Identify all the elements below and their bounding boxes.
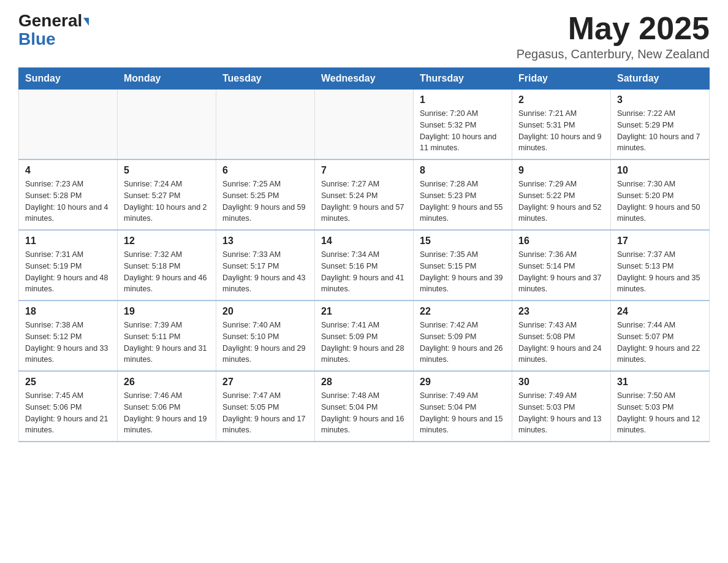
header-day-friday: Friday <box>512 68 611 90</box>
day-number: 22 <box>420 306 506 317</box>
calendar-cell: 9Sunrise: 7:29 AMSunset: 5:22 PMDaylight… <box>512 159 611 230</box>
day-info: Sunrise: 7:48 AMSunset: 5:04 PMDaylight:… <box>321 390 407 436</box>
day-info: Sunrise: 7:49 AMSunset: 5:03 PMDaylight:… <box>518 390 604 436</box>
day-number: 7 <box>321 165 407 176</box>
calendar-cell: 7Sunrise: 7:27 AMSunset: 5:24 PMDaylight… <box>315 159 414 230</box>
day-number: 1 <box>420 94 506 105</box>
calendar-cell: 26Sunrise: 7:46 AMSunset: 5:06 PMDayligh… <box>118 371 216 442</box>
day-info: Sunrise: 7:35 AMSunset: 5:15 PMDaylight:… <box>420 249 506 295</box>
header-day-wednesday: Wednesday <box>315 68 414 90</box>
location-title: Pegasus, Canterbury, New Zealand <box>517 47 710 61</box>
day-number: 5 <box>124 165 210 176</box>
calendar-cell: 19Sunrise: 7:39 AMSunset: 5:11 PMDayligh… <box>118 301 216 371</box>
day-info: Sunrise: 7:30 AMSunset: 5:20 PMDaylight:… <box>617 178 703 224</box>
calendar-header: SundayMondayTuesdayWednesdayThursdayFrid… <box>19 68 710 90</box>
calendar-cell: 10Sunrise: 7:30 AMSunset: 5:20 PMDayligh… <box>611 159 710 230</box>
day-number: 24 <box>617 306 703 317</box>
day-info: Sunrise: 7:27 AMSunset: 5:24 PMDaylight:… <box>321 178 407 224</box>
day-number: 15 <box>420 236 506 247</box>
calendar-table: SundayMondayTuesdayWednesdayThursdayFrid… <box>18 67 710 442</box>
day-number: 26 <box>124 377 210 388</box>
calendar-cell: 14Sunrise: 7:34 AMSunset: 5:16 PMDayligh… <box>315 230 414 301</box>
day-number: 19 <box>124 306 210 317</box>
day-number: 6 <box>222 165 308 176</box>
calendar-cell: 30Sunrise: 7:49 AMSunset: 5:03 PMDayligh… <box>512 371 611 442</box>
header-day-tuesday: Tuesday <box>216 68 315 90</box>
day-info: Sunrise: 7:46 AMSunset: 5:06 PMDaylight:… <box>124 390 210 436</box>
calendar-body: 1Sunrise: 7:20 AMSunset: 5:32 PMDaylight… <box>19 90 710 442</box>
calendar-cell: 16Sunrise: 7:36 AMSunset: 5:14 PMDayligh… <box>512 230 611 301</box>
day-number: 9 <box>518 165 604 176</box>
week-row-3: 18Sunrise: 7:38 AMSunset: 5:12 PMDayligh… <box>19 301 710 371</box>
day-info: Sunrise: 7:20 AMSunset: 5:32 PMDaylight:… <box>420 108 506 154</box>
day-info: Sunrise: 7:37 AMSunset: 5:13 PMDaylight:… <box>617 249 703 295</box>
calendar-cell: 17Sunrise: 7:37 AMSunset: 5:13 PMDayligh… <box>611 230 710 301</box>
calendar-cell: 5Sunrise: 7:24 AMSunset: 5:27 PMDaylight… <box>118 159 216 230</box>
day-number: 8 <box>420 165 506 176</box>
calendar-cell <box>118 90 216 160</box>
calendar-cell: 22Sunrise: 7:42 AMSunset: 5:09 PMDayligh… <box>414 301 512 371</box>
day-info: Sunrise: 7:31 AMSunset: 5:19 PMDaylight:… <box>25 249 111 295</box>
title-section: May 2025 Pegasus, Canterbury, New Zealan… <box>517 12 710 61</box>
day-info: Sunrise: 7:38 AMSunset: 5:12 PMDaylight:… <box>25 320 111 366</box>
day-info: Sunrise: 7:23 AMSunset: 5:28 PMDaylight:… <box>25 178 111 224</box>
calendar-cell: 4Sunrise: 7:23 AMSunset: 5:28 PMDaylight… <box>19 159 118 230</box>
calendar-cell: 15Sunrise: 7:35 AMSunset: 5:15 PMDayligh… <box>414 230 512 301</box>
header-row: SundayMondayTuesdayWednesdayThursdayFrid… <box>19 68 710 90</box>
calendar-cell: 21Sunrise: 7:41 AMSunset: 5:09 PMDayligh… <box>315 301 414 371</box>
day-number: 31 <box>617 377 703 388</box>
day-info: Sunrise: 7:32 AMSunset: 5:18 PMDaylight:… <box>124 249 210 295</box>
calendar-cell: 28Sunrise: 7:48 AMSunset: 5:04 PMDayligh… <box>315 371 414 442</box>
day-number: 14 <box>321 236 407 247</box>
header-day-sunday: Sunday <box>19 68 118 90</box>
day-info: Sunrise: 7:47 AMSunset: 5:05 PMDaylight:… <box>222 390 308 436</box>
week-row-0: 1Sunrise: 7:20 AMSunset: 5:32 PMDaylight… <box>19 90 710 160</box>
day-info: Sunrise: 7:36 AMSunset: 5:14 PMDaylight:… <box>518 249 604 295</box>
day-info: Sunrise: 7:39 AMSunset: 5:11 PMDaylight:… <box>124 320 210 366</box>
calendar-cell: 6Sunrise: 7:25 AMSunset: 5:25 PMDaylight… <box>216 159 315 230</box>
day-number: 2 <box>518 94 604 105</box>
day-number: 16 <box>518 236 604 247</box>
day-info: Sunrise: 7:21 AMSunset: 5:31 PMDaylight:… <box>518 108 604 154</box>
day-info: Sunrise: 7:49 AMSunset: 5:04 PMDaylight:… <box>420 390 506 436</box>
day-number: 30 <box>518 377 604 388</box>
day-number: 29 <box>420 377 506 388</box>
header-day-thursday: Thursday <box>414 68 512 90</box>
day-info: Sunrise: 7:33 AMSunset: 5:17 PMDaylight:… <box>222 249 308 295</box>
day-number: 13 <box>222 236 308 247</box>
day-number: 20 <box>222 306 308 317</box>
day-number: 23 <box>518 306 604 317</box>
calendar-cell: 29Sunrise: 7:49 AMSunset: 5:04 PMDayligh… <box>414 371 512 442</box>
calendar-cell: 31Sunrise: 7:50 AMSunset: 5:03 PMDayligh… <box>611 371 710 442</box>
day-info: Sunrise: 7:25 AMSunset: 5:25 PMDaylight:… <box>222 178 308 224</box>
calendar-cell: 27Sunrise: 7:47 AMSunset: 5:05 PMDayligh… <box>216 371 315 442</box>
day-info: Sunrise: 7:43 AMSunset: 5:08 PMDaylight:… <box>518 320 604 366</box>
day-info: Sunrise: 7:24 AMSunset: 5:27 PMDaylight:… <box>124 178 210 224</box>
day-number: 27 <box>222 377 308 388</box>
calendar-cell <box>19 90 118 160</box>
day-number: 11 <box>25 236 111 247</box>
day-number: 17 <box>617 236 703 247</box>
calendar-cell: 18Sunrise: 7:38 AMSunset: 5:12 PMDayligh… <box>19 301 118 371</box>
day-info: Sunrise: 7:45 AMSunset: 5:06 PMDaylight:… <box>25 390 111 436</box>
day-info: Sunrise: 7:50 AMSunset: 5:03 PMDaylight:… <box>617 390 703 436</box>
day-number: 10 <box>617 165 703 176</box>
calendar-cell: 20Sunrise: 7:40 AMSunset: 5:10 PMDayligh… <box>216 301 315 371</box>
week-row-2: 11Sunrise: 7:31 AMSunset: 5:19 PMDayligh… <box>19 230 710 301</box>
day-info: Sunrise: 7:34 AMSunset: 5:16 PMDaylight:… <box>321 249 407 295</box>
header-day-saturday: Saturday <box>611 68 710 90</box>
calendar-cell: 12Sunrise: 7:32 AMSunset: 5:18 PMDayligh… <box>118 230 216 301</box>
header-day-monday: Monday <box>118 68 216 90</box>
logo-blue: Blue <box>18 29 56 49</box>
logo-general: General <box>18 12 89 29</box>
calendar-cell: 1Sunrise: 7:20 AMSunset: 5:32 PMDaylight… <box>414 90 512 160</box>
day-info: Sunrise: 7:42 AMSunset: 5:09 PMDaylight:… <box>420 320 506 366</box>
day-info: Sunrise: 7:28 AMSunset: 5:23 PMDaylight:… <box>420 178 506 224</box>
calendar-cell: 11Sunrise: 7:31 AMSunset: 5:19 PMDayligh… <box>19 230 118 301</box>
calendar-cell: 2Sunrise: 7:21 AMSunset: 5:31 PMDaylight… <box>512 90 611 160</box>
day-number: 3 <box>617 94 703 105</box>
calendar-cell <box>216 90 315 160</box>
day-info: Sunrise: 7:44 AMSunset: 5:07 PMDaylight:… <box>617 320 703 366</box>
day-info: Sunrise: 7:41 AMSunset: 5:09 PMDaylight:… <box>321 320 407 366</box>
day-number: 21 <box>321 306 407 317</box>
